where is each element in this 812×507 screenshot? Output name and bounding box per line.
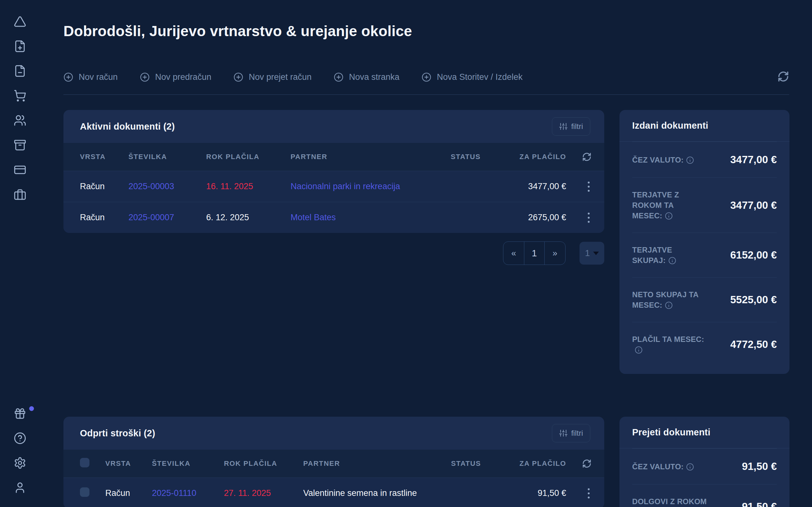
panel-title: Izdani dokumenti <box>632 120 708 131</box>
document-number-link[interactable]: 2025-00007 <box>129 213 206 222</box>
sidebar-item-archive[interactable] <box>14 139 26 152</box>
sidebar-item-profile[interactable] <box>14 481 26 494</box>
plus-circle-icon <box>421 72 432 82</box>
cell-vrsta: Račun <box>80 213 129 222</box>
divider <box>63 95 789 95</box>
document-number-link[interactable]: 2025-01110 <box>152 488 224 498</box>
row-checkbox[interactable] <box>80 487 90 497</box>
new-customer-button[interactable]: Nova stranka <box>334 72 399 82</box>
table-row[interactable]: Račun 2025-00003 16. 11. 2025 Nacionalni… <box>63 171 604 202</box>
sidebar-item-settings[interactable] <box>14 457 26 469</box>
row-menu-button[interactable] <box>586 487 592 500</box>
new-estimate-button[interactable]: Nov predračun <box>140 72 211 82</box>
active-documents-panel: Aktivni dokumenti (2) filtri VRSTA ŠTEVI… <box>63 110 604 233</box>
column-header-stevilka[interactable]: ŠTEVILKA <box>152 459 224 468</box>
page-size-value: 1 <box>585 248 590 258</box>
table-row[interactable]: Račun 2025-01110 27. 11. 2025 Valentinin… <box>63 477 604 507</box>
summary-value: 3477,00 € <box>730 199 777 211</box>
sidebar-item-received-documents[interactable] <box>14 65 26 77</box>
help-icon <box>14 432 26 445</box>
summary-label: TERJATVE SKUPAJ: <box>632 245 672 265</box>
info-icon[interactable] <box>686 463 694 471</box>
users-icon <box>14 114 26 127</box>
active-documents-column: Aktivni dokumenti (2) filtri VRSTA ŠTEVI… <box>63 110 604 417</box>
info-icon[interactable] <box>665 212 673 220</box>
info-icon[interactable] <box>686 156 694 164</box>
filters-button[interactable]: filtri <box>552 424 590 442</box>
new-service-product-button[interactable]: Nova Storitev / Izdelek <box>421 72 522 82</box>
column-header-rok-placila[interactable]: ROK PLAČILA <box>206 153 291 161</box>
summary-item: ČEZ VALUTO: 3477,00 € <box>632 142 777 177</box>
row-menu-button[interactable] <box>586 180 592 193</box>
sidebar-item-whats-new[interactable] <box>14 407 26 420</box>
cell-za-placilo: 3477,00 € <box>511 181 566 191</box>
archive-icon <box>14 139 26 152</box>
info-icon[interactable] <box>665 301 673 309</box>
select-all-checkbox[interactable] <box>80 458 90 467</box>
settings-gear-icon <box>14 457 26 469</box>
column-header-za-placilo[interactable]: ZA PLAČILO <box>511 153 566 161</box>
summary-item: TERJATVE SKUPAJ: 6152,00 € <box>632 233 777 277</box>
dashboard-page: Dobrodošli, Jurijevo vrtnarstvo & urejan… <box>0 0 812 507</box>
cell-rok-placila: 27. 11. 2025 <box>224 488 303 498</box>
notification-dot <box>29 406 34 411</box>
prev-page-button[interactable]: « <box>503 242 524 265</box>
main-content: Dobrodošli, Jurijevo vrtnarstvo & urejan… <box>63 0 789 507</box>
summary-label: ČEZ VALUTO: <box>632 462 683 471</box>
column-header-status[interactable]: STATUS <box>451 153 511 161</box>
filters-label: filtri <box>571 429 583 438</box>
chevron-down-icon <box>593 251 599 255</box>
sidebar-item-payments[interactable] <box>14 164 26 176</box>
new-received-invoice-button[interactable]: Nov prejet račun <box>234 72 311 82</box>
pagination: « 1 » 1 <box>63 241 604 265</box>
cell-za-placilo: 91,50 € <box>511 488 566 498</box>
summary-item: DOLGOVI Z ROKOM TA MESEC: 91,50 € <box>632 484 777 507</box>
credit-card-icon <box>14 164 26 176</box>
filters-label: filtri <box>571 122 583 131</box>
refresh-dashboard-button[interactable] <box>777 71 789 83</box>
sidebar-item-new-document[interactable] <box>14 40 26 53</box>
partner-link[interactable]: Nacionalni parki in rekreacija <box>291 181 451 191</box>
gift-icon <box>14 407 26 420</box>
next-page-button[interactable]: » <box>545 242 565 265</box>
info-icon[interactable] <box>635 346 643 354</box>
column-header-vrsta[interactable]: VRSTA <box>105 459 152 468</box>
table-header-row: VRSTA ŠTEVILKA ROK PLAČILA PARTNER STATU… <box>63 450 604 477</box>
document-number-link[interactable]: 2025-00003 <box>129 181 206 191</box>
current-page-button[interactable]: 1 <box>524 242 545 265</box>
refresh-table-button[interactable] <box>582 459 592 468</box>
plus-circle-icon <box>234 72 243 82</box>
column-header-partner[interactable]: PARTNER <box>291 153 451 161</box>
cell-partner: Valentinine semena in rastline <box>303 488 451 498</box>
summary-item: NETO SKUPAJ TA MESEC: 5525,00 € <box>632 277 777 322</box>
summary-value: 91,50 € <box>742 501 777 507</box>
filters-button[interactable]: filtri <box>552 117 590 135</box>
new-invoice-button[interactable]: Nov račun <box>63 72 118 82</box>
plus-circle-icon <box>140 72 150 82</box>
cell-rok-placila: 16. 11. 2025 <box>206 181 291 191</box>
column-header-stevilka[interactable]: ŠTEVILKA <box>129 153 206 161</box>
sidebar-item-business[interactable] <box>14 188 26 201</box>
info-icon[interactable] <box>668 257 676 265</box>
sidebar-item-help[interactable] <box>14 432 26 445</box>
partner-link[interactable]: Motel Bates <box>291 213 451 222</box>
refresh-table-button[interactable] <box>582 152 592 162</box>
sidebar-item-customers[interactable] <box>14 114 26 127</box>
cell-za-placilo: 2675,00 € <box>511 213 566 222</box>
sidebar-item-products[interactable] <box>14 89 26 102</box>
sidebar-item-home[interactable] <box>14 15 26 28</box>
column-header-za-placilo[interactable]: ZA PLAČILO <box>511 459 566 468</box>
panel-title: Aktivni dokumenti (2) <box>80 121 175 132</box>
issued-documents-column: Izdani dokumenti ČEZ VALUTO: 3477,00 € T… <box>619 110 790 417</box>
table-row[interactable]: Račun 2025-00007 6. 12. 2025 Motel Bates… <box>63 202 604 233</box>
summary-label: PLAČIL TA MESEC: <box>632 335 704 343</box>
column-header-vrsta[interactable]: VRSTA <box>80 153 129 161</box>
column-header-status[interactable]: STATUS <box>451 459 511 468</box>
plus-circle-icon <box>63 72 73 82</box>
table-header-row: VRSTA ŠTEVILKA ROK PLAČILA PARTNER STATU… <box>63 143 604 171</box>
column-header-rok-placila[interactable]: ROK PLAČILA <box>224 459 303 468</box>
column-header-partner[interactable]: PARTNER <box>303 459 451 468</box>
page-size-dropdown[interactable]: 1 <box>579 242 604 265</box>
briefcase-icon <box>14 188 26 201</box>
row-menu-button[interactable] <box>586 211 592 225</box>
